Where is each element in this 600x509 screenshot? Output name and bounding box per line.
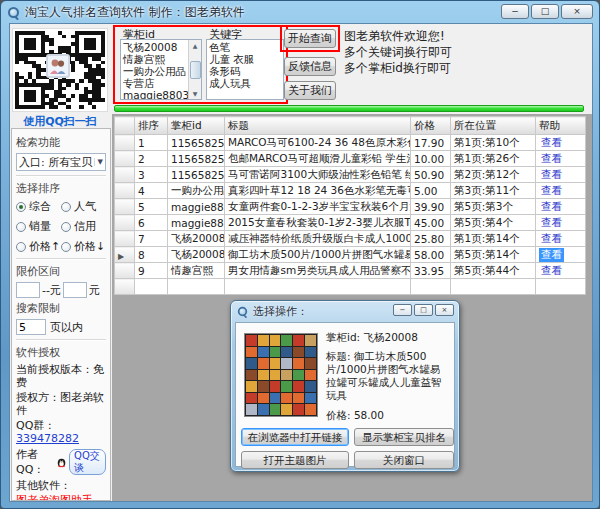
view-link[interactable]: 查看: [539, 264, 564, 278]
dialog-maximize-button[interactable]: □: [414, 304, 433, 316]
shopkeeper-item[interactable]: 一购办公用品专营店: [123, 65, 186, 89]
radio-credit[interactable]: 信用: [61, 219, 106, 234]
minimize-button[interactable]: −: [501, 4, 529, 19]
table-row[interactable]: ▶ 3 115658250672 马可雷诺阿3100大师级油性彩色铅笔 绘画36…: [115, 167, 586, 183]
open-theme-image-button[interactable]: 打开主题图片: [241, 451, 349, 469]
header-help[interactable]: 帮助: [536, 117, 586, 135]
cell-help[interactable]: 查看: [536, 231, 586, 247]
row-arrow-icon: ▶: [118, 252, 124, 261]
about-button[interactable]: 关于我们: [284, 81, 336, 100]
keyword-listbox[interactable]: 色笔 儿童 衣服 条形码 成人玩具: [206, 39, 284, 100]
view-link[interactable]: 查看: [539, 232, 564, 246]
view-link[interactable]: 查看: [539, 216, 564, 230]
cell-shopkeeper: maggie880324: [168, 199, 225, 215]
cell-rank: 2: [135, 151, 168, 167]
search-section-label: 检索功能: [16, 135, 106, 150]
row-selector[interactable]: ▶: [115, 247, 135, 263]
cell-help[interactable]: 查看: [536, 183, 586, 199]
table-row[interactable]: ▶ 6 maggie880324 2015女童春秋套装0-1岁2-3婴儿衣服T儿…: [115, 215, 586, 231]
radio-popularity[interactable]: 人气: [61, 199, 106, 214]
cell-title: 真彩四叶草12 18 24 36色水彩笔无毒可水洗易...: [225, 183, 411, 199]
table-header-row: 排序 掌柜id 标题 价格 所在位置 帮助: [115, 117, 586, 135]
cell-help[interactable]: 查看: [536, 215, 586, 231]
radio-comprehensive[interactable]: 综合: [16, 199, 61, 214]
table-row[interactable]: ▶ 5 maggie880324 女童两件套0-1-2-3岁半宝宝秋装6个月童装…: [115, 199, 586, 215]
header-rank[interactable]: 排序: [135, 117, 168, 135]
results-table: 排序 掌柜id 标题 价格 所在位置 帮助 ▶ 1 115658250672 M…: [114, 116, 586, 295]
scroll-down-icon[interactable]: ▼: [193, 88, 198, 99]
dialog-minimize-button[interactable]: −: [393, 304, 412, 316]
qq-group-link[interactable]: 339478282: [16, 432, 79, 445]
radio-price-desc[interactable]: 价格↓: [61, 239, 106, 254]
table-row[interactable]: ▶ 4 一购办公用品... 真彩四叶草12 18 24 36色水彩笔无毒可水洗易…: [115, 183, 586, 199]
view-link[interactable]: 查看: [539, 248, 564, 262]
cell-help[interactable]: 查看: [536, 151, 586, 167]
start-query-button[interactable]: 开始查询: [284, 29, 336, 48]
row-selector[interactable]: ▶: [115, 167, 135, 183]
row-selector[interactable]: ▶: [115, 151, 135, 167]
row-selector[interactable]: ▶: [115, 199, 135, 215]
open-in-browser-button[interactable]: 在浏览器中打开链接: [241, 428, 349, 446]
titlebar[interactable]: 淘宝人气排名查询软件 制作：图老弟软件 − □ ×: [1, 1, 599, 23]
dialog-body: 掌柜id: 飞杨20008 标题: 御工坊木质500片/1000片拼图气水罐易拉…: [235, 322, 455, 467]
feedback-button[interactable]: 反馈信息: [284, 57, 336, 76]
radio-label: 综合: [29, 199, 51, 214]
header-shopkeeper[interactable]: 掌柜id: [168, 117, 225, 135]
maximize-button[interactable]: □: [531, 4, 559, 19]
keyword-item[interactable]: 条形码: [209, 65, 281, 77]
row-selector[interactable]: ▶: [115, 135, 135, 151]
cell-price: 50.90: [411, 167, 451, 183]
row-selector[interactable]: ▶: [115, 231, 135, 247]
cell-shopkeeper: 飞杨20008: [168, 231, 225, 247]
row-selector[interactable]: ▶: [115, 215, 135, 231]
shopkeeper-item[interactable]: maggie880324: [123, 89, 186, 100]
close-button[interactable]: ×: [561, 4, 593, 19]
cell-rank: 7: [135, 231, 168, 247]
cell-shopkeeper: 115658250672: [168, 167, 225, 183]
table-row[interactable]: ▶ 1 115658250672 MARCO马可6100-24 36 48色原木…: [115, 135, 586, 151]
cell-help[interactable]: 查看: [536, 135, 586, 151]
cell-help[interactable]: 查看: [536, 247, 586, 263]
header-position[interactable]: 所在位置: [451, 117, 536, 135]
close-window-button[interactable]: 关闭窗口: [354, 451, 454, 469]
header-price[interactable]: 价格: [411, 117, 451, 135]
shopkeeper-item[interactable]: 飞杨20008: [123, 41, 186, 53]
table-row[interactable]: ▶ 7 飞杨20008 减压神器特价纸质升级版白卡成人1000片拼图益... 2…: [115, 231, 586, 247]
entry-select[interactable]: 入口: 所有宝贝 ▼: [16, 153, 106, 171]
table-row[interactable]: ▶ 9 情趣宫熙 男女用情趣sm另类玩具成人用品警察不锈钢合金... 33.95…: [115, 263, 586, 279]
page-limit-input[interactable]: [16, 319, 46, 335]
view-link[interactable]: 查看: [539, 136, 564, 150]
show-shop-rank-button[interactable]: 显示掌柜宝贝排名: [354, 428, 454, 446]
keyword-item[interactable]: 成人玩具: [209, 77, 281, 89]
keyword-item[interactable]: 色笔: [209, 41, 281, 53]
radio-sales[interactable]: 销量: [16, 219, 61, 234]
cell-title: 马可雷诺阿3100大师级油性彩色铅笔 绘画36色 ...: [225, 167, 411, 183]
row-selector[interactable]: ▶: [115, 183, 135, 199]
table-row[interactable]: ▶ 2 115658250672 包邮MARCO马可超顺滑儿童彩铅 学生涂鸦彩色…: [115, 151, 586, 167]
cell-rank: 6: [135, 215, 168, 231]
scroll-up-icon[interactable]: ▲: [193, 40, 198, 51]
cell-help[interactable]: 查看: [536, 263, 586, 279]
keyword-item[interactable]: 儿童 衣服: [209, 53, 281, 65]
price-min-input[interactable]: [16, 282, 40, 298]
view-link[interactable]: 查看: [539, 200, 564, 214]
view-link[interactable]: 查看: [539, 152, 564, 166]
cell-help[interactable]: 查看: [536, 167, 586, 183]
entry-select-value: 入口: 所有宝贝: [19, 155, 92, 170]
price-max-input[interactable]: [63, 282, 87, 298]
dialog-titlebar[interactable]: 选择操作： − □ ×: [231, 301, 459, 321]
qq-chat-badge[interactable]: QQ交谈: [69, 449, 106, 475]
listbox-scrollbar[interactable]: ▲ ▼: [188, 40, 201, 99]
header-title[interactable]: 标题: [225, 117, 411, 135]
view-link[interactable]: 查看: [539, 168, 564, 182]
row-selector[interactable]: ▶: [115, 263, 135, 279]
shopkeeper-listbox[interactable]: 飞杨20008 情趣宫熙 一购办公用品专营店 maggie880324 ▲ ▼: [120, 39, 202, 100]
cell-help[interactable]: 查看: [536, 199, 586, 215]
view-link[interactable]: 查看: [539, 184, 564, 198]
shopkeeper-item[interactable]: 情趣宫熙: [123, 53, 186, 65]
dialog-close-button[interactable]: ×: [435, 304, 454, 316]
radio-price-asc[interactable]: 价格↑: [16, 239, 61, 254]
cell-shopkeeper: 115658250672: [168, 135, 225, 151]
table-row[interactable]: ▶ 8 飞杨20008 御工坊木质500片/1000片拼图气水罐易拉罐可乐...…: [115, 247, 586, 263]
scroll-thumb[interactable]: [190, 61, 201, 79]
